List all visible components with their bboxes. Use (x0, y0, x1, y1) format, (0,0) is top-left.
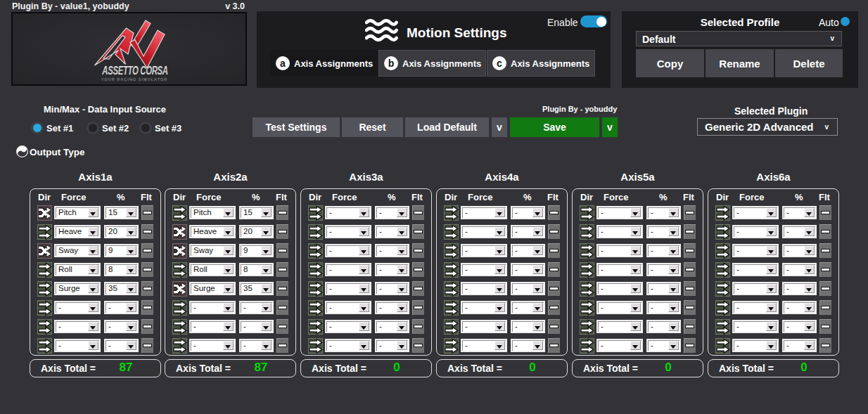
svg-text:YOUR RACING SIMULATOR: YOUR RACING SIMULATOR (101, 77, 167, 82)
svg-text:ASSETTO CORSA: ASSETTO CORSA (101, 64, 167, 77)
